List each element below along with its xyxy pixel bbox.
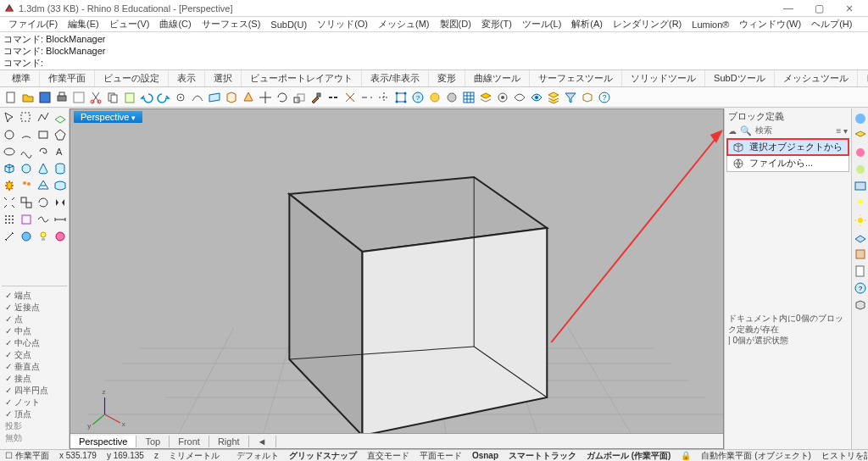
osnap-project[interactable]: 投影 [5, 420, 64, 432]
menu-tools[interactable]: ツール(L) [517, 18, 566, 31]
explode2-icon[interactable] [2, 178, 17, 193]
tab-subdtools[interactable]: SubDツール [705, 70, 775, 86]
mirror-icon[interactable] [53, 195, 68, 210]
polygon-icon[interactable] [53, 127, 68, 142]
maximize-button[interactable]: ▢ [804, 3, 834, 14]
osnap-vertex[interactable]: 頂点 [5, 408, 64, 420]
print-icon[interactable] [54, 90, 70, 105]
vp-tab-right[interactable]: Right [209, 436, 249, 447]
selcrv-icon[interactable] [190, 90, 205, 105]
osnap-mid[interactable]: 中点 [5, 325, 64, 337]
menu-curve[interactable]: 曲線(C) [154, 18, 196, 31]
status-layer[interactable]: デフォルト [231, 450, 284, 462]
menu-lumion[interactable]: Lumion® [687, 19, 734, 30]
menu-analyze[interactable]: 解析(A) [566, 18, 608, 31]
redo-icon[interactable] [156, 90, 171, 105]
cloud-icon[interactable]: ☁ [728, 126, 737, 136]
both-icon[interactable] [71, 90, 86, 105]
cage-icon[interactable] [19, 212, 34, 227]
menu-render[interactable]: レンダリング(R) [608, 18, 687, 31]
dim-icon[interactable] [53, 212, 68, 227]
menu-view[interactable]: ビュー(V) [104, 18, 155, 31]
rotate-icon[interactable] [275, 90, 290, 105]
hammer-icon[interactable] [309, 90, 324, 105]
cut-icon[interactable] [88, 90, 103, 105]
box3-icon[interactable] [2, 161, 17, 176]
scale-icon[interactable] [292, 90, 307, 105]
filter-icon[interactable] [563, 90, 578, 105]
status-smarttrack[interactable]: スマートトラック [504, 450, 581, 462]
osnap-tan[interactable]: 接点 [5, 373, 64, 385]
rot2-icon[interactable] [36, 195, 51, 210]
open-icon[interactable] [20, 90, 36, 105]
selsrf-icon[interactable] [207, 90, 222, 105]
spiral-icon[interactable] [36, 144, 51, 159]
help-tab-icon[interactable]: ? [854, 281, 867, 295]
status-gridsnap[interactable]: グリッドスナップ [284, 450, 362, 462]
properties-icon[interactable]: ? [410, 90, 426, 105]
cplane-icon[interactable] [53, 110, 68, 125]
tab-visibility[interactable]: 表示/非表示 [362, 70, 429, 86]
array-icon[interactable] [2, 212, 17, 227]
arc-icon[interactable] [19, 127, 34, 142]
osnap-near[interactable]: 近接点 [5, 302, 64, 314]
minimize-button[interactable]: — [773, 3, 804, 14]
osnap-int[interactable]: 交点 [5, 349, 64, 361]
menu-transform[interactable]: 変形(T) [476, 18, 517, 31]
render-tab-icon[interactable] [854, 163, 867, 176]
search-label[interactable]: 検索 [755, 125, 772, 136]
status-planar[interactable]: 平面モード [415, 450, 467, 462]
tab-viewset[interactable]: ビューの設定 [95, 70, 169, 86]
save-icon[interactable] [37, 90, 53, 105]
status-lock-icon[interactable]: 🔒 [676, 451, 696, 460]
mesh-icon[interactable] [36, 178, 51, 193]
ellipse-icon[interactable] [2, 144, 17, 159]
paste-icon[interactable] [122, 90, 137, 105]
sun-tab-icon[interactable] [854, 214, 867, 227]
layer-icon[interactable] [478, 90, 493, 105]
viewport-perspective[interactable]: x y z Perspective Perspective Top Front … [70, 108, 724, 449]
menu-surface[interactable]: サーフェス(S) [197, 18, 266, 31]
options-icon[interactable] [495, 90, 510, 105]
tab-transform[interactable]: 変形 [429, 70, 465, 86]
ground-tab-icon[interactable] [854, 230, 867, 244]
menu-icon[interactable]: ≡ ▾ [836, 126, 848, 136]
vp-tab-front[interactable]: Front [170, 436, 209, 447]
selpoly-icon[interactable] [224, 90, 239, 105]
selpt-icon[interactable] [173, 90, 188, 105]
layers-tab-icon[interactable] [854, 129, 867, 142]
vp-tab-top[interactable]: Top [136, 436, 170, 447]
help-icon[interactable]: ? [597, 90, 612, 105]
trim-icon[interactable] [359, 90, 375, 105]
tab-standard[interactable]: 標準 [3, 70, 40, 86]
tab-solidtools[interactable]: ソリッドツール [622, 70, 705, 86]
status-check-icon[interactable]: ☐ [0, 451, 10, 460]
status-autocplane[interactable]: 自動作業平面 (オブジェクト) [696, 450, 815, 462]
material-tab-icon[interactable] [854, 146, 867, 159]
properties-tab-icon[interactable] [854, 112, 867, 125]
hide-icon[interactable] [512, 90, 527, 105]
sphere-icon[interactable] [19, 161, 34, 176]
copy-icon[interactable] [105, 90, 120, 105]
flow-icon[interactable] [36, 212, 51, 227]
shade-icon[interactable] [444, 90, 459, 105]
osnap-disable[interactable]: 無効 [5, 432, 64, 444]
status-osnap[interactable]: Osnap [467, 451, 504, 460]
menu-subd[interactable]: SubD(U) [265, 19, 312, 30]
display-tab-icon[interactable] [854, 180, 867, 193]
notes-tab-icon[interactable] [854, 264, 867, 278]
circle-icon[interactable] [2, 127, 17, 142]
status-ortho[interactable]: 直交モード [362, 450, 415, 462]
tab-cplane[interactable]: 作業平面 [40, 70, 95, 86]
menu-mesh[interactable]: メッシュ(M) [373, 18, 435, 31]
render2-icon[interactable] [19, 229, 34, 244]
osnap-point[interactable]: 点 [5, 314, 64, 325]
rect-icon[interactable] [36, 127, 51, 142]
status-history[interactable]: ヒストリを記録 [816, 450, 868, 462]
block-from-file[interactable]: ファイルから... [727, 155, 849, 171]
polyline-icon[interactable] [36, 110, 51, 125]
srfpt-icon[interactable] [53, 178, 68, 193]
lasso-icon[interactable] [19, 110, 34, 125]
tab-layout[interactable]: ビューポートレイアウト [242, 70, 362, 86]
menu-window[interactable]: ウィンドウ(W) [734, 18, 806, 31]
